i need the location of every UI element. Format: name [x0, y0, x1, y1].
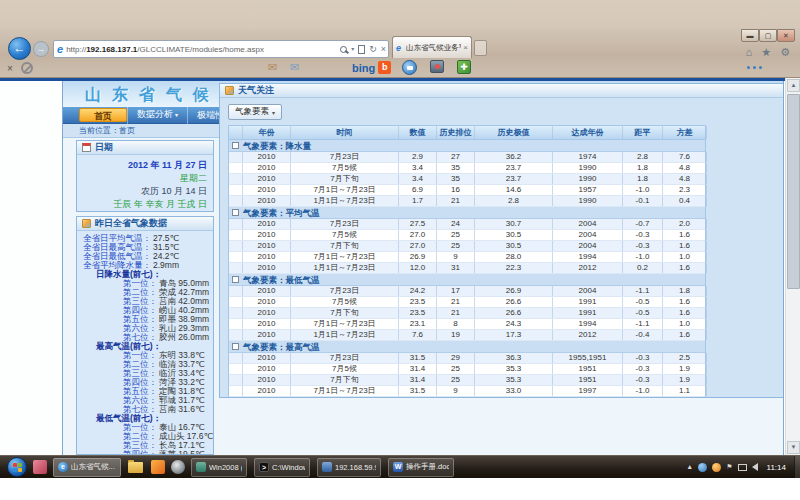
cell: 2.9 — [399, 152, 437, 162]
section-header-row: 气象要素：最低气温 — [229, 274, 705, 286]
new-tab-button[interactable] — [474, 40, 487, 56]
section-checkbox[interactable] — [232, 343, 239, 350]
dropdown-icon[interactable]: ▾ — [351, 45, 354, 54]
cell: 1974 — [553, 152, 623, 162]
tray-network-app-icon[interactable] — [698, 463, 707, 472]
calendar-panel-title: 日期 — [95, 141, 113, 154]
tray-up-arrow-icon[interactable]: ▲ — [686, 463, 693, 471]
weather-focus-header: 天气关注 — [220, 84, 783, 98]
cell: 1994 — [553, 319, 623, 329]
maximize-button[interactable]: ▢ — [759, 29, 777, 42]
refresh-icon[interactable]: ↻ — [369, 45, 377, 54]
section-title: 气象要素：降水量 — [243, 140, 311, 152]
row-checkbox-cell — [229, 308, 243, 318]
section-checkbox[interactable] — [232, 142, 239, 149]
taskbar-window-button[interactable]: 192.168.59.99... — [317, 458, 381, 477]
forward-button[interactable]: → — [33, 41, 49, 57]
cell: 1.7 — [399, 196, 437, 206]
mail-icon-2[interactable]: ✉ — [290, 62, 299, 73]
cell: 2010 — [243, 241, 291, 251]
taskbar-window-button[interactable]: >C:\Windows\s... — [254, 458, 310, 477]
section-header-row: 气象要素：平均气温 — [229, 207, 705, 219]
row-checkbox-cell — [229, 364, 243, 374]
gear-icon[interactable]: ⚙ — [780, 47, 790, 58]
tray-security-icon[interactable] — [712, 463, 721, 472]
scrollbar-thumb[interactable] — [787, 94, 800, 289]
vertical-scrollbar[interactable]: ▲ ▼ — [785, 78, 800, 455]
cell: 25 — [437, 230, 475, 240]
stop-icon[interactable]: × — [381, 45, 386, 54]
toolbar-media-icon[interactable] — [402, 60, 417, 75]
toolbar-camera-icon[interactable] — [430, 60, 444, 73]
search-icon[interactable] — [340, 46, 347, 53]
close-button[interactable]: ✕ — [777, 29, 795, 42]
cell: 7月23日 — [291, 152, 399, 162]
pinned-app-icon[interactable] — [33, 460, 47, 474]
address-bar[interactable]: e http://192.168.137.1/GLCCLIMATE/module… — [53, 40, 389, 58]
taskbar-clock[interactable]: 11:14 — [763, 463, 790, 472]
tab-close-icon[interactable]: × — [463, 43, 468, 52]
scroll-up-icon[interactable]: ▲ — [787, 79, 800, 92]
home-icon[interactable]: ⌂ — [746, 47, 753, 58]
media-player-icon[interactable] — [171, 460, 185, 474]
nav-item-1[interactable]: 首页 — [79, 108, 127, 122]
bing-badge-icon[interactable]: b — [378, 61, 391, 74]
chevron-down-icon: ▾ — [272, 109, 275, 116]
toolbar-addon-icon[interactable]: ✚ — [457, 60, 471, 74]
section-checkbox[interactable] — [232, 276, 239, 283]
table-row: 20107月1日～7月23日6.91614.61957-1.02.3 — [229, 185, 705, 196]
cell: 1月1日～7月23日 — [291, 397, 399, 398]
display-icon[interactable] — [738, 464, 747, 471]
cell: 21 — [437, 297, 475, 307]
column-header: 数值 — [399, 126, 437, 139]
row-checkbox-cell — [229, 319, 243, 329]
calendar-panel: 日期 2012 年 11 月 27 日 星期二 农历 10 月 14 日 壬辰 … — [76, 140, 214, 212]
cell: 35 — [437, 163, 475, 173]
taskbar-window-button[interactable]: Win2008 (VS2... — [191, 458, 247, 477]
volume-icon[interactable] — [752, 463, 758, 471]
show-desktop-button[interactable] — [794, 456, 800, 479]
cell: 3.4 — [399, 163, 437, 173]
notification-close-icon[interactable]: × — [7, 63, 13, 74]
compatibility-icon[interactable] — [358, 45, 365, 54]
column-header: 距平 — [623, 126, 663, 139]
minimize-button[interactable]: ▬ — [741, 29, 759, 42]
start-button[interactable] — [7, 457, 27, 477]
table-row: 20107月23日2.92736.219742.87.6 — [229, 152, 705, 163]
cell: 2010 — [243, 196, 291, 206]
url-text[interactable]: http://192.168.137.1/GLCCLIMATE/modules/… — [66, 45, 340, 54]
section-checkbox[interactable] — [232, 209, 239, 216]
star-icon[interactable]: ★ — [761, 47, 771, 58]
cell: 2.3 — [663, 185, 707, 195]
flag-icon[interactable]: ⚑ — [726, 463, 732, 471]
cell: -0.7 — [623, 219, 663, 229]
cell: 36.3 — [475, 353, 553, 363]
nav-item-2[interactable]: 数据分析▾ — [127, 106, 187, 124]
browser-tab[interactable]: e 山东省气候业务平... × — [392, 36, 472, 58]
orange-app-icon[interactable] — [151, 460, 165, 474]
scroll-down-icon[interactable]: ▼ — [787, 441, 800, 454]
calendar-icon — [82, 143, 91, 152]
cell: 1.6 — [663, 241, 707, 251]
row-checkbox-cell — [229, 174, 243, 184]
taskbar-window-button[interactable]: W操作手册.docx ... — [388, 458, 454, 477]
cell: -0.3 — [623, 364, 663, 374]
cell: 1.6 — [663, 263, 707, 273]
back-button[interactable]: ← — [8, 37, 31, 60]
cell: -0.3 — [623, 375, 663, 385]
cell: 27.5 — [399, 219, 437, 229]
cell: -1.1 — [623, 319, 663, 329]
mail-icon[interactable]: ✉ — [268, 62, 277, 73]
cell: 1.9 — [663, 375, 707, 385]
explorer-folder-icon[interactable] — [128, 462, 143, 473]
cell: 7月下旬 — [291, 241, 399, 251]
browser-viewport: 山东省气候业务平台 欢迎您，admin 先生/小姐 首页数据分析▾极端性分析灾害… — [0, 78, 800, 455]
rank-value: 胶州 26.0mm — [159, 333, 209, 342]
element-dropdown-button[interactable]: 气象要素 ▾ — [228, 104, 282, 120]
cell: -0.3 — [623, 230, 663, 240]
cell: 1.9 — [663, 364, 707, 374]
taskbar-window-button[interactable]: e山东省气候... — [53, 458, 121, 477]
bing-logo[interactable]: bing — [352, 62, 375, 74]
cell: 16 — [437, 185, 475, 195]
toolbar-overflow-button[interactable] — [747, 66, 762, 69]
